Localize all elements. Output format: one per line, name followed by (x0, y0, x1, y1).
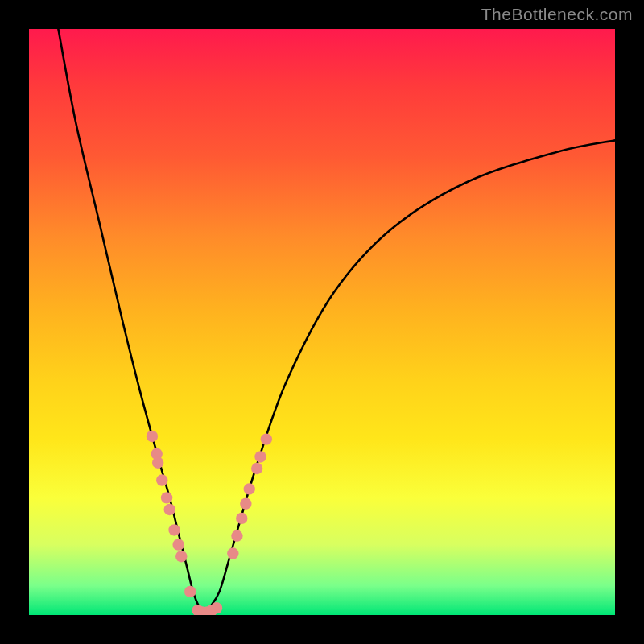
dot (251, 463, 262, 474)
dot (254, 451, 266, 462)
chart-frame: TheBottleneck.com (0, 0, 644, 644)
dot (231, 530, 242, 542)
watermark-text: TheBottleneck.com (481, 5, 633, 24)
dot (147, 431, 158, 442)
dot (172, 539, 184, 550)
dot (164, 504, 175, 515)
dot (236, 513, 247, 524)
dot (261, 433, 272, 444)
dot (156, 474, 167, 485)
dot (240, 497, 251, 509)
dot (161, 492, 172, 503)
highlight-dots (147, 431, 272, 615)
plot-area (29, 29, 615, 615)
dot (152, 457, 163, 469)
dot (211, 602, 222, 613)
dot (175, 551, 187, 562)
dot (244, 483, 255, 494)
chart-svg (29, 29, 615, 615)
dot (168, 524, 180, 535)
dot (227, 547, 238, 559)
dot (184, 586, 196, 597)
bottleneck-curve (58, 29, 615, 612)
